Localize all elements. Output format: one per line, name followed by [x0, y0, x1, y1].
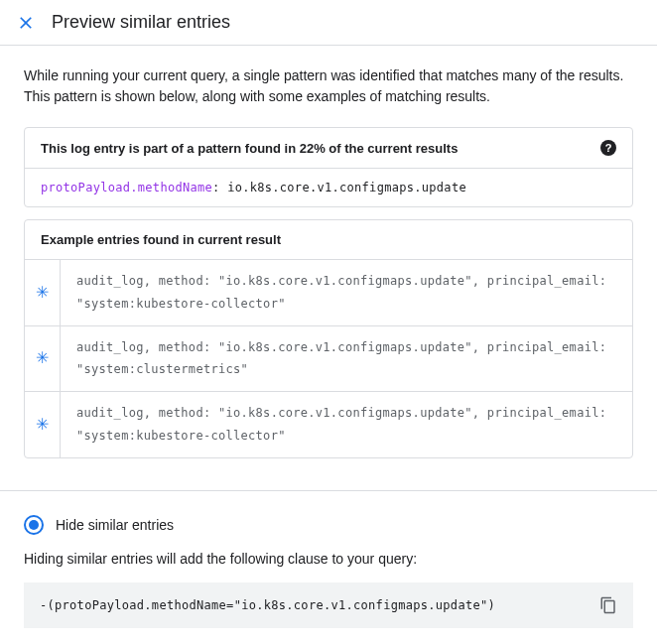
- intro-text: While running your current query, a sing…: [24, 65, 633, 107]
- dialog-title: Preview similar entries: [52, 12, 230, 33]
- example-entry-text: audit_log, method: "io.k8s.core.v1.confi…: [61, 326, 632, 392]
- row-marker-icon: ✳: [25, 392, 61, 457]
- examples-card: Example entries found in current result …: [24, 219, 633, 458]
- pattern-value: io.k8s.core.v1.configmaps.update: [227, 181, 466, 194]
- help-icon[interactable]: ?: [600, 140, 616, 156]
- example-entry-text: audit_log, method: "io.k8s.core.v1.confi…: [61, 392, 632, 457]
- pattern-card-title: This log entry is part of a pattern foun…: [41, 141, 458, 156]
- copy-icon[interactable]: [599, 596, 617, 614]
- close-icon[interactable]: [16, 13, 36, 33]
- radio-selected-icon: [24, 515, 44, 535]
- row-marker-icon: ✳: [25, 326, 61, 392]
- radio-hide-label: Hide similar entries: [56, 517, 174, 533]
- pattern-card: This log entry is part of a pattern foun…: [24, 127, 633, 207]
- table-row: ✳ audit_log, method: "io.k8s.core.v1.con…: [25, 326, 632, 393]
- pattern-card-header: This log entry is part of a pattern foun…: [25, 128, 632, 169]
- query-clause-text: -(protoPayload.methodName="io.k8s.core.v…: [40, 598, 495, 612]
- example-entry-text: audit_log, method: "io.k8s.core.v1.confi…: [61, 260, 632, 325]
- table-row: ✳ audit_log, method: "io.k8s.core.v1.con…: [25, 260, 632, 326]
- radio-hide-similar[interactable]: Hide similar entries: [24, 515, 633, 535]
- dialog-header: Preview similar entries: [0, 0, 657, 46]
- query-clause-block: -(protoPayload.methodName="io.k8s.core.v…: [24, 582, 633, 628]
- pattern-key: protoPayload.methodName: [41, 181, 212, 194]
- examples-card-title: Example entries found in current result: [25, 220, 632, 260]
- pattern-expression: protoPayload.methodName: io.k8s.core.v1.…: [25, 169, 632, 206]
- hide-info-text: Hiding similar entries will add the foll…: [24, 551, 633, 567]
- table-row: ✳ audit_log, method: "io.k8s.core.v1.con…: [25, 392, 632, 457]
- pattern-sep: :: [212, 181, 227, 194]
- row-marker-icon: ✳: [25, 260, 61, 325]
